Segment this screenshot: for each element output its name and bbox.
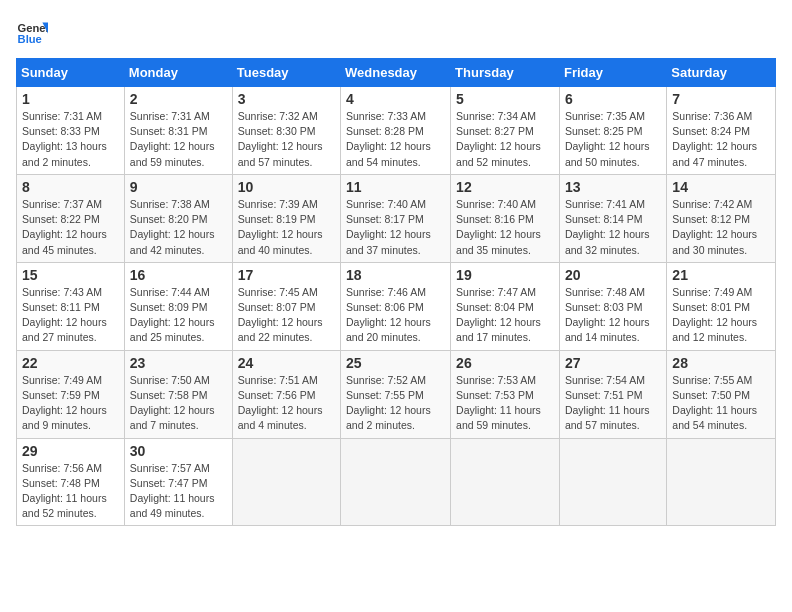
calendar-week-4: 22Sunrise: 7:49 AMSunset: 7:59 PMDayligh… [17, 350, 776, 438]
day-number: 6 [565, 91, 661, 107]
day-info: Sunrise: 7:54 AMSunset: 7:51 PMDaylight:… [565, 374, 650, 432]
day-number: 13 [565, 179, 661, 195]
calendar-day-6: 6Sunrise: 7:35 AMSunset: 8:25 PMDaylight… [559, 87, 666, 175]
day-info: Sunrise: 7:33 AMSunset: 8:28 PMDaylight:… [346, 110, 431, 168]
day-info: Sunrise: 7:51 AMSunset: 7:56 PMDaylight:… [238, 374, 323, 432]
day-number: 19 [456, 267, 554, 283]
calendar-empty-cell [341, 438, 451, 526]
calendar-day-9: 9Sunrise: 7:38 AMSunset: 8:20 PMDaylight… [124, 174, 232, 262]
day-number: 11 [346, 179, 445, 195]
day-number: 7 [672, 91, 770, 107]
calendar-day-11: 11Sunrise: 7:40 AMSunset: 8:17 PMDayligh… [341, 174, 451, 262]
day-info: Sunrise: 7:49 AMSunset: 8:01 PMDaylight:… [672, 286, 757, 344]
day-info: Sunrise: 7:53 AMSunset: 7:53 PMDaylight:… [456, 374, 541, 432]
day-number: 23 [130, 355, 227, 371]
day-number: 2 [130, 91, 227, 107]
calendar-day-23: 23Sunrise: 7:50 AMSunset: 7:58 PMDayligh… [124, 350, 232, 438]
logo: General Blue [16, 16, 48, 48]
calendar-day-8: 8Sunrise: 7:37 AMSunset: 8:22 PMDaylight… [17, 174, 125, 262]
day-number: 10 [238, 179, 335, 195]
day-info: Sunrise: 7:31 AMSunset: 8:31 PMDaylight:… [130, 110, 215, 168]
day-info: Sunrise: 7:55 AMSunset: 7:50 PMDaylight:… [672, 374, 757, 432]
day-number: 4 [346, 91, 445, 107]
day-number: 22 [22, 355, 119, 371]
day-number: 25 [346, 355, 445, 371]
day-info: Sunrise: 7:47 AMSunset: 8:04 PMDaylight:… [456, 286, 541, 344]
day-number: 16 [130, 267, 227, 283]
calendar-empty-cell [232, 438, 340, 526]
calendar-day-3: 3Sunrise: 7:32 AMSunset: 8:30 PMDaylight… [232, 87, 340, 175]
day-number: 20 [565, 267, 661, 283]
page-header: General Blue [16, 16, 776, 48]
logo-icon: General Blue [16, 16, 48, 48]
calendar-day-24: 24Sunrise: 7:51 AMSunset: 7:56 PMDayligh… [232, 350, 340, 438]
calendar-day-25: 25Sunrise: 7:52 AMSunset: 7:55 PMDayligh… [341, 350, 451, 438]
calendar-day-14: 14Sunrise: 7:42 AMSunset: 8:12 PMDayligh… [667, 174, 776, 262]
day-info: Sunrise: 7:39 AMSunset: 8:19 PMDaylight:… [238, 198, 323, 256]
day-header-monday: Monday [124, 59, 232, 87]
day-info: Sunrise: 7:36 AMSunset: 8:24 PMDaylight:… [672, 110, 757, 168]
calendar-table: SundayMondayTuesdayWednesdayThursdayFrid… [16, 58, 776, 526]
calendar-day-29: 29Sunrise: 7:56 AMSunset: 7:48 PMDayligh… [17, 438, 125, 526]
day-info: Sunrise: 7:49 AMSunset: 7:59 PMDaylight:… [22, 374, 107, 432]
day-number: 8 [22, 179, 119, 195]
calendar-header: SundayMondayTuesdayWednesdayThursdayFrid… [17, 59, 776, 87]
day-header-saturday: Saturday [667, 59, 776, 87]
calendar-empty-cell [451, 438, 560, 526]
calendar-empty-cell [667, 438, 776, 526]
day-header-tuesday: Tuesday [232, 59, 340, 87]
day-info: Sunrise: 7:35 AMSunset: 8:25 PMDaylight:… [565, 110, 650, 168]
calendar-week-3: 15Sunrise: 7:43 AMSunset: 8:11 PMDayligh… [17, 262, 776, 350]
day-info: Sunrise: 7:40 AMSunset: 8:16 PMDaylight:… [456, 198, 541, 256]
calendar-day-28: 28Sunrise: 7:55 AMSunset: 7:50 PMDayligh… [667, 350, 776, 438]
day-number: 1 [22, 91, 119, 107]
calendar-day-15: 15Sunrise: 7:43 AMSunset: 8:11 PMDayligh… [17, 262, 125, 350]
day-number: 14 [672, 179, 770, 195]
calendar-day-12: 12Sunrise: 7:40 AMSunset: 8:16 PMDayligh… [451, 174, 560, 262]
day-number: 3 [238, 91, 335, 107]
day-info: Sunrise: 7:43 AMSunset: 8:11 PMDaylight:… [22, 286, 107, 344]
day-info: Sunrise: 7:56 AMSunset: 7:48 PMDaylight:… [22, 462, 107, 520]
calendar-day-18: 18Sunrise: 7:46 AMSunset: 8:06 PMDayligh… [341, 262, 451, 350]
day-number: 27 [565, 355, 661, 371]
day-info: Sunrise: 7:34 AMSunset: 8:27 PMDaylight:… [456, 110, 541, 168]
calendar-day-17: 17Sunrise: 7:45 AMSunset: 8:07 PMDayligh… [232, 262, 340, 350]
day-info: Sunrise: 7:32 AMSunset: 8:30 PMDaylight:… [238, 110, 323, 168]
calendar-day-4: 4Sunrise: 7:33 AMSunset: 8:28 PMDaylight… [341, 87, 451, 175]
day-info: Sunrise: 7:31 AMSunset: 8:33 PMDaylight:… [22, 110, 107, 168]
day-info: Sunrise: 7:52 AMSunset: 7:55 PMDaylight:… [346, 374, 431, 432]
calendar-day-5: 5Sunrise: 7:34 AMSunset: 8:27 PMDaylight… [451, 87, 560, 175]
day-number: 12 [456, 179, 554, 195]
calendar-day-21: 21Sunrise: 7:49 AMSunset: 8:01 PMDayligh… [667, 262, 776, 350]
calendar-empty-cell [559, 438, 666, 526]
calendar-day-19: 19Sunrise: 7:47 AMSunset: 8:04 PMDayligh… [451, 262, 560, 350]
day-info: Sunrise: 7:50 AMSunset: 7:58 PMDaylight:… [130, 374, 215, 432]
day-info: Sunrise: 7:38 AMSunset: 8:20 PMDaylight:… [130, 198, 215, 256]
day-number: 17 [238, 267, 335, 283]
calendar-day-20: 20Sunrise: 7:48 AMSunset: 8:03 PMDayligh… [559, 262, 666, 350]
calendar-day-13: 13Sunrise: 7:41 AMSunset: 8:14 PMDayligh… [559, 174, 666, 262]
day-info: Sunrise: 7:45 AMSunset: 8:07 PMDaylight:… [238, 286, 323, 344]
day-info: Sunrise: 7:42 AMSunset: 8:12 PMDaylight:… [672, 198, 757, 256]
day-number: 29 [22, 443, 119, 459]
calendar-week-1: 1Sunrise: 7:31 AMSunset: 8:33 PMDaylight… [17, 87, 776, 175]
calendar-day-10: 10Sunrise: 7:39 AMSunset: 8:19 PMDayligh… [232, 174, 340, 262]
day-info: Sunrise: 7:44 AMSunset: 8:09 PMDaylight:… [130, 286, 215, 344]
day-info: Sunrise: 7:37 AMSunset: 8:22 PMDaylight:… [22, 198, 107, 256]
day-number: 30 [130, 443, 227, 459]
day-info: Sunrise: 7:48 AMSunset: 8:03 PMDaylight:… [565, 286, 650, 344]
calendar-week-2: 8Sunrise: 7:37 AMSunset: 8:22 PMDaylight… [17, 174, 776, 262]
calendar-week-5: 29Sunrise: 7:56 AMSunset: 7:48 PMDayligh… [17, 438, 776, 526]
day-number: 15 [22, 267, 119, 283]
day-info: Sunrise: 7:46 AMSunset: 8:06 PMDaylight:… [346, 286, 431, 344]
day-info: Sunrise: 7:41 AMSunset: 8:14 PMDaylight:… [565, 198, 650, 256]
calendar-day-27: 27Sunrise: 7:54 AMSunset: 7:51 PMDayligh… [559, 350, 666, 438]
day-number: 21 [672, 267, 770, 283]
calendar-day-30: 30Sunrise: 7:57 AMSunset: 7:47 PMDayligh… [124, 438, 232, 526]
calendar-day-26: 26Sunrise: 7:53 AMSunset: 7:53 PMDayligh… [451, 350, 560, 438]
calendar-day-7: 7Sunrise: 7:36 AMSunset: 8:24 PMDaylight… [667, 87, 776, 175]
calendar-day-2: 2Sunrise: 7:31 AMSunset: 8:31 PMDaylight… [124, 87, 232, 175]
calendar-day-22: 22Sunrise: 7:49 AMSunset: 7:59 PMDayligh… [17, 350, 125, 438]
day-number: 28 [672, 355, 770, 371]
svg-text:Blue: Blue [18, 33, 42, 45]
